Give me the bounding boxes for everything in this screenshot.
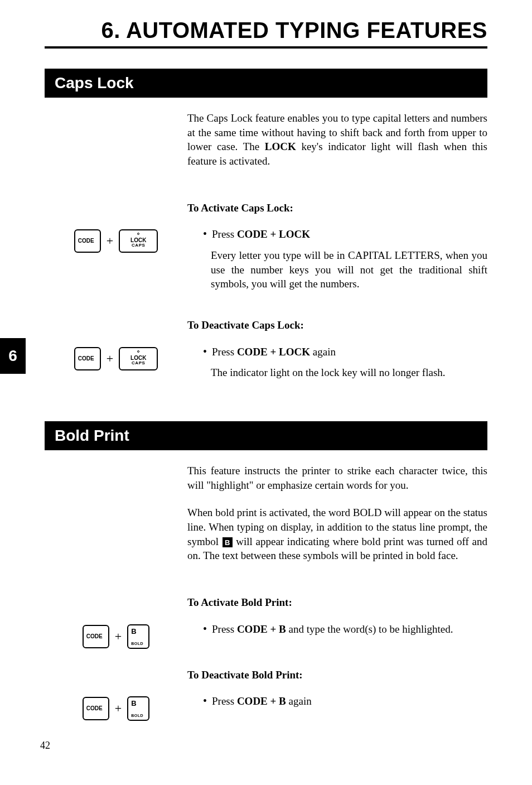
key-combo: CODE+BBOLD [83,696,149,721]
text-run: will appear indicating where bold print … [187,536,487,562]
keycap-code: CODE [83,625,109,648]
key-column: CODE+LOCKCAPS [45,345,187,370]
led-icon [137,233,139,235]
plus-icon: + [115,629,122,644]
content-row: This feature instructs the printer to st… [45,464,487,576]
content-row: To Activate Caps Lock: [45,198,487,223]
bullet-dot-icon: • [203,227,212,240]
keycap-code: CODE [83,697,109,720]
text-run: again [286,695,312,707]
key-column [45,315,187,317]
keycap-label: B [131,628,136,635]
key-column [45,464,187,466]
text-run: again [310,346,336,358]
chapter-title: 6. AUTOMATED TYPING FEATURES [45,18,487,49]
key-column: CODE+BBOLD [45,694,187,721]
text-run: Press [212,346,237,358]
key-combo: CODE+LOCKCAPS [74,347,158,370]
text-column: To Deactivate Bold Print: [187,664,487,690]
sub-heading: To Activate Bold Print: [187,595,487,610]
bullet-dot-icon: • [203,345,212,358]
text-column: •Press CODE + B again [187,694,487,715]
keycap-label: B [131,700,136,707]
manual-page: 6. AUTOMATED TYPING FEATURES Caps LockTh… [0,0,532,785]
content-row: CODE+BBOLD•Press CODE + B and type the w… [45,622,487,649]
bold-text-run: LOCK [265,141,296,152]
sub-heading: To Deactivate Caps Lock: [187,318,487,333]
follow-text: The indicator light on the lock key will… [211,365,487,380]
bullet-dot-icon: • [203,622,212,635]
intro-text: The Caps Lock feature enables you to typ… [187,111,487,182]
content-row: To Deactivate Bold Print: [45,664,487,690]
text-run: This feature instructs the printer to st… [187,465,487,491]
bullet-text: Press CODE + B and type the word(s) to b… [212,622,487,637]
key-column [45,664,187,667]
plus-icon: + [107,351,113,366]
bullet-text: Press CODE + LOCK [212,227,487,242]
text-run: and type the word(s) to be highlighted. [286,623,453,635]
content-row: CODE+LOCKCAPS•Press CODE + LOCKEvery let… [45,227,487,299]
content-row: CODE+LOCKCAPS•Press CODE + LOCK againThe… [45,345,487,388]
paragraph: When bold print is activated, the word B… [187,505,487,563]
bullet-dot-icon: • [203,694,212,707]
bullet-item: •Press CODE + LOCK again [203,345,487,359]
section-heading: Bold Print [45,421,487,450]
key-column: CODE+LOCKCAPS [45,227,187,253]
bold-text-run: CODE + B [237,695,286,707]
text-column: To Activate Bold Print: [187,592,487,618]
bullet-item: •Press CODE + LOCK [203,227,487,242]
keycap-sublabel: BOLD [131,642,143,646]
keycap-sublabel: CAPS [132,361,145,365]
led-icon [137,350,139,353]
bold-symbol-chip: B [223,537,233,547]
intro-text: This feature instructs the printer to st… [187,464,487,576]
keycap-code: CODE [74,347,101,370]
keycap-lock: LOCKCAPS [119,229,158,253]
sections-container: Caps LockThe Caps Lock feature enables y… [45,69,487,721]
keycap-sublabel: CAPS [132,243,145,248]
text-run: Press [212,695,237,707]
keycap-b: BBOLD [127,696,149,721]
text-run: Press [212,228,237,240]
paragraph: This feature instructs the printer to st… [187,464,487,492]
content-row: To Activate Bold Print: [45,592,487,618]
bullet-text: Press CODE + LOCK again [212,345,487,359]
chapter-tab: 6 [0,338,26,374]
bold-text-run: CODE + B [237,623,286,635]
key-combo: CODE+BBOLD [83,624,149,649]
text-column: To Activate Caps Lock: [187,198,487,223]
key-column [45,111,187,113]
text-column: •Press CODE + B and type the word(s) to … [187,622,487,643]
key-combo: CODE+LOCKCAPS [74,229,158,253]
follow-text: Every letter you type will be in CAPITAL… [211,248,487,291]
plus-icon: + [115,701,122,716]
keycap-sublabel: BOLD [131,714,143,717]
content-row: CODE+BBOLD•Press CODE + B again [45,694,487,721]
content-row: To Deactivate Caps Lock: [45,315,487,340]
section-heading: Caps Lock [45,69,487,98]
sub-heading: To Deactivate Bold Print: [187,668,487,682]
page-number: 42 [40,740,50,752]
keycap-b: BBOLD [127,624,149,649]
sub-heading: To Activate Caps Lock: [187,201,487,215]
bullet-item: •Press CODE + B again [203,694,487,709]
bold-text-run: CODE + LOCK [237,228,310,240]
text-column: •Press CODE + LOCKEvery letter you type … [187,227,487,299]
keycap-lock: LOCKCAPS [119,347,158,370]
key-column [45,592,187,594]
bold-text-run: CODE + LOCK [237,346,310,358]
paragraph: The Caps Lock feature enables you to typ… [187,111,487,168]
content-row: The Caps Lock feature enables you to typ… [45,111,487,182]
text-column: To Deactivate Caps Lock: [187,315,487,340]
bullet-text: Press CODE + B again [212,694,487,709]
keycap-code: CODE [74,229,101,253]
text-run: Press [212,623,237,635]
key-column: CODE+BBOLD [45,622,187,649]
bullet-item: •Press CODE + B and type the word(s) to … [203,622,487,637]
text-column: •Press CODE + LOCK againThe indicator li… [187,345,487,388]
plus-icon: + [107,234,113,248]
key-column [45,198,187,200]
